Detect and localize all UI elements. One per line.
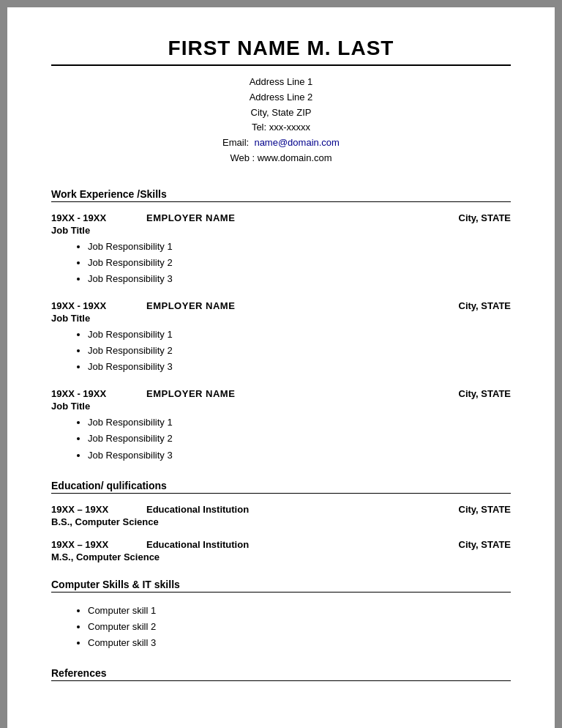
edu-container: 19XX – 19XX Educational Institution City…	[51, 504, 511, 562]
header-divider	[51, 64, 511, 66]
job-responsibilities-2: Job Responsibility 1Job Responsibility 2…	[88, 327, 511, 375]
job-header-1: 19XX - 19XX EMPLOYER NAME City, STATE	[51, 212, 511, 223]
job-location-2: City, STATE	[459, 300, 512, 311]
tel-line: Tel: xxx-xxxxx	[51, 120, 511, 135]
job-dates-3: 19XX - 19XX	[51, 388, 124, 399]
job-1-responsibility-2: Job Responsibility 2	[88, 255, 511, 271]
job-responsibilities-3: Job Responsibility 1Job Responsibility 2…	[88, 415, 511, 463]
education-title: Education/ qulifications	[51, 480, 511, 494]
address-line2: Address Line 2	[51, 90, 511, 105]
job-1-responsibility-3: Job Responsibility 3	[88, 271, 511, 287]
web-label: Web :	[230, 152, 255, 163]
edu-degree-1: B.S., Computer Science	[51, 516, 511, 527]
city-state-zip: City, State ZIP	[51, 105, 511, 121]
job-responsibilities-1: Job Responsibility 1Job Responsibility 2…	[88, 239, 511, 287]
computer-skills-section: Computer Skills & IT skills Computer ski…	[51, 579, 511, 651]
email-label: Email:	[222, 137, 249, 148]
address-line1: Address Line 1	[51, 75, 511, 90]
tel-label: Tel:	[252, 122, 266, 133]
edu-institution-2: Educational Institution	[146, 539, 249, 550]
edu-location-2: City, STATE	[459, 539, 512, 550]
job-2-responsibility-2: Job Responsibility 2	[88, 343, 511, 359]
job-1-responsibility-1: Job Responsibility 1	[88, 239, 511, 255]
job-2-responsibility-3: Job Responsibility 3	[88, 359, 511, 375]
skill-item-2: Computer skill 2	[88, 619, 511, 635]
job-dates-1: 19XX - 19XX	[51, 212, 124, 223]
references-title: References	[51, 667, 511, 681]
job-3-responsibility-3: Job Responsibility 3	[88, 447, 511, 464]
edu-entry-1: 19XX – 19XX Educational Institution City…	[51, 504, 511, 527]
edu-degree-2: M.S., Computer Science	[51, 551, 511, 562]
job-employer-3: EMPLOYER NAME	[146, 388, 235, 399]
web-value: www.domain.com	[258, 152, 332, 163]
edu-entry-2: 19XX – 19XX Educational Institution City…	[51, 539, 511, 562]
web-line: Web : www.domain.com	[51, 151, 511, 166]
job-location-3: City, STATE	[459, 388, 512, 399]
email-line: Email: name@domain.com	[51, 135, 511, 151]
computer-skills-title: Computer Skills & IT skills	[51, 579, 511, 593]
edu-header-1: 19XX – 19XX Educational Institution City…	[51, 504, 511, 515]
edu-header-2: 19XX – 19XX Educational Institution City…	[51, 539, 511, 550]
full-name: FIRST NAME M. LAST	[51, 37, 511, 60]
job-title-1: Job Title	[51, 225, 511, 236]
edu-location-1: City, STATE	[459, 504, 512, 515]
work-experience-title: Work Experience /Skills	[51, 188, 511, 202]
job-header-3: 19XX - 19XX EMPLOYER NAME City, STATE	[51, 388, 511, 399]
job-entry-2: 19XX - 19XX EMPLOYER NAME City, STATE Jo…	[51, 300, 511, 375]
job-dates-2: 19XX - 19XX	[51, 300, 124, 311]
work-experience-section: Work Experience /Skills 19XX - 19XX EMPL…	[51, 188, 511, 464]
job-title-3: Job Title	[51, 401, 511, 412]
job-employer-2: EMPLOYER NAME	[146, 300, 235, 311]
job-entry-1: 19XX - 19XX EMPLOYER NAME City, STATE Jo…	[51, 212, 511, 287]
edu-institution-1: Educational Institution	[146, 504, 249, 515]
references-section: References	[51, 667, 511, 681]
tel-value: xxx-xxxxx	[269, 122, 310, 133]
skills-list: Computer skill 1Computer skill 2Computer…	[88, 603, 511, 651]
edu-dates-1: 19XX – 19XX	[51, 504, 124, 515]
resume-page: FIRST NAME M. LAST Address Line 1 Addres…	[7, 7, 555, 728]
job-3-responsibility-2: Job Responsibility 2	[88, 431, 511, 447]
job-2-responsibility-1: Job Responsibility 1	[88, 327, 511, 343]
jobs-container: 19XX - 19XX EMPLOYER NAME City, STATE Jo…	[51, 212, 511, 464]
skill-item-3: Computer skill 3	[88, 635, 511, 651]
job-title-2: Job Title	[51, 313, 511, 324]
contact-info: Address Line 1 Address Line 2 City, Stat…	[51, 75, 511, 166]
email-link[interactable]: name@domain.com	[254, 137, 340, 148]
job-3-responsibility-1: Job Responsibility 1	[88, 415, 511, 431]
edu-dates-2: 19XX – 19XX	[51, 539, 124, 550]
job-employer-1: EMPLOYER NAME	[146, 212, 235, 223]
job-entry-3: 19XX - 19XX EMPLOYER NAME City, STATE Jo…	[51, 388, 511, 463]
skill-item-1: Computer skill 1	[88, 603, 511, 619]
job-header-2: 19XX - 19XX EMPLOYER NAME City, STATE	[51, 300, 511, 311]
education-section: Education/ qulifications 19XX – 19XX Edu…	[51, 480, 511, 562]
job-location-1: City, STATE	[459, 212, 512, 223]
